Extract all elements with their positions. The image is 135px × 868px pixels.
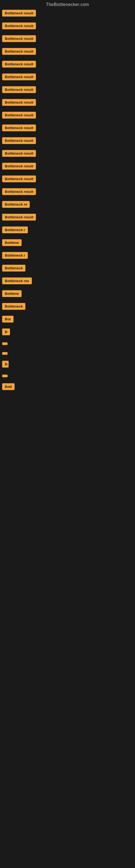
bottleneck-badge-18[interactable]: Bottleneck r [2, 226, 28, 233]
bottleneck-badge-2[interactable]: Bottleneck result [2, 23, 36, 29]
bottleneck-item-29: B [2, 361, 133, 369]
bottleneck-badge-4[interactable]: Bottleneck result [2, 48, 36, 55]
bottleneck-badge-16[interactable]: Bottleneck re [2, 201, 30, 208]
bottleneck-item-3: Bottleneck result [2, 35, 133, 43]
bottleneck-item-13: Bottleneck result [2, 163, 133, 170]
bottleneck-badge-19[interactable]: Bottlene [2, 239, 21, 246]
bottleneck-badge-29[interactable]: B [2, 361, 9, 368]
bottleneck-item-9: Bottleneck result [2, 112, 133, 120]
bottleneck-item-24: Bottleneck [2, 303, 133, 311]
bottleneck-item-8: Bottleneck result [2, 99, 133, 107]
bottleneck-badge-26[interactable]: B [2, 329, 10, 335]
bottleneck-item-20: Bottleneck r [2, 252, 133, 260]
bottleneck-badge-27[interactable] [2, 342, 8, 345]
bottleneck-badge-13[interactable]: Bottleneck result [2, 163, 36, 169]
bottleneck-badge-8[interactable]: Bottleneck result [2, 99, 36, 106]
bottleneck-item-27 [2, 341, 133, 346]
bottleneck-badge-6[interactable]: Bottleneck result [2, 73, 36, 80]
bottleneck-item-15: Bottleneck result [2, 188, 133, 196]
bottleneck-badge-9[interactable]: Bottleneck result [2, 112, 36, 119]
bottleneck-item-11: Bottleneck result [2, 137, 133, 145]
bottleneck-badge-7[interactable]: Bottleneck result [2, 86, 36, 93]
bottleneck-badge-20[interactable]: Bottleneck r [2, 252, 28, 259]
bottleneck-item-21: Bottleneck [2, 265, 133, 273]
bottleneck-badge-25[interactable]: Bot [2, 316, 13, 322]
bottleneck-badge-30[interactable] [2, 375, 8, 377]
bottleneck-item-26: B [2, 329, 133, 336]
bottleneck-item-12: Bottleneck result [2, 150, 133, 158]
bottleneck-item-31: Bott [2, 383, 133, 391]
bottleneck-badge-5[interactable]: Bottleneck result [2, 61, 36, 67]
bottleneck-item-10: Bottleneck result [2, 124, 133, 132]
site-title-text: TheBottlenecker.com [46, 2, 89, 7]
bottom-spacer [0, 396, 135, 412]
bottleneck-item-6: Bottleneck result [2, 73, 133, 82]
bottleneck-badge-23[interactable]: Bottlene [2, 290, 21, 297]
bottleneck-item-1: Bottleneck result [2, 10, 133, 18]
site-title: TheBottlenecker.com [0, 0, 135, 8]
items-container: Bottleneck resultBottleneck resultBottle… [0, 8, 135, 391]
bottleneck-badge-22[interactable]: Bottleneck res [2, 278, 32, 284]
bottleneck-badge-1[interactable]: Bottleneck result [2, 10, 36, 17]
bottleneck-item-23: Bottlene [2, 290, 133, 298]
bottleneck-item-16: Bottleneck re [2, 201, 133, 209]
bottleneck-badge-21[interactable]: Bottleneck [2, 265, 26, 272]
bottleneck-badge-15[interactable]: Bottleneck result [2, 188, 36, 195]
bottleneck-badge-3[interactable]: Bottleneck result [2, 35, 36, 42]
bottleneck-badge-12[interactable]: Bottleneck result [2, 150, 36, 157]
bottleneck-item-17: Bottleneck result [2, 214, 133, 222]
bottleneck-badge-14[interactable]: Bottleneck result [2, 176, 36, 182]
bottleneck-item-18: Bottleneck r [2, 226, 133, 235]
bottleneck-badge-17[interactable]: Bottleneck result [2, 214, 36, 220]
bottleneck-item-2: Bottleneck result [2, 23, 133, 30]
bottleneck-item-5: Bottleneck result [2, 61, 133, 69]
bottleneck-item-7: Bottleneck result [2, 86, 133, 94]
bottleneck-badge-11[interactable]: Bottleneck result [2, 137, 36, 144]
bottleneck-badge-31[interactable]: Bott [2, 383, 14, 390]
bottleneck-badge-10[interactable]: Bottleneck result [2, 124, 36, 131]
bottleneck-item-25: Bot [2, 316, 133, 323]
bottleneck-badge-28[interactable] [2, 352, 8, 355]
bottleneck-item-22: Bottleneck res [2, 278, 133, 285]
bottleneck-badge-24[interactable]: Bottleneck [2, 303, 26, 310]
bottleneck-item-28 [2, 351, 133, 356]
bottleneck-item-19: Bottlene [2, 239, 133, 247]
bottleneck-item-4: Bottleneck result [2, 48, 133, 56]
bottleneck-item-30 [2, 373, 133, 378]
bottleneck-item-14: Bottleneck result [2, 176, 133, 183]
